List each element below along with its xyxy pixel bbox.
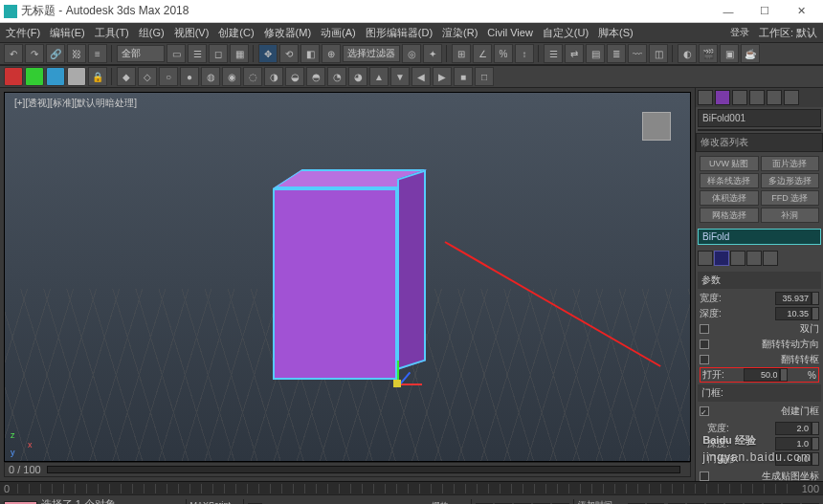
select-name-icon[interactable]: ☰ — [188, 44, 207, 63]
minimize-button[interactable]: — — [710, 1, 746, 22]
unlink-icon[interactable]: ⛓ — [67, 44, 86, 63]
stack-remove-icon[interactable] — [746, 251, 762, 266]
window-crossing-icon[interactable]: ▦ — [230, 44, 249, 63]
login-link[interactable]: 登录 — [730, 26, 749, 39]
menu-tools[interactable]: 工具(T) — [95, 26, 129, 40]
tab-hierarchy-icon[interactable] — [732, 90, 747, 105]
snap-icon[interactable]: ⊞ — [452, 44, 471, 63]
double-door-checkbox[interactable] — [700, 324, 709, 334]
mod-patchsel-button[interactable]: 面片选择 — [761, 156, 820, 171]
spinner-arrows-icon[interactable] — [812, 452, 819, 466]
spinner-snap-icon[interactable]: ↕ — [515, 44, 534, 63]
tb2-a-icon[interactable]: ◆ — [117, 67, 136, 86]
spinner-arrows-icon[interactable] — [812, 422, 819, 435]
workspace-label[interactable]: 工作区: 默认 — [759, 26, 817, 40]
object-name-field[interactable]: BiFold001 — [698, 109, 821, 127]
flip-hinge-checkbox[interactable] — [700, 355, 709, 364]
tab-display-icon[interactable] — [767, 90, 782, 105]
modifier-stack-item[interactable]: BiFold — [698, 229, 821, 245]
open-spinner[interactable] — [744, 368, 780, 382]
menu-customize[interactable]: 自定义(U) — [543, 26, 589, 40]
tb2-c-icon[interactable]: ○ — [159, 67, 178, 86]
selected-object-bifold[interactable] — [273, 169, 426, 380]
tb2-d-icon[interactable]: ● — [180, 67, 199, 86]
menu-scripting[interactable]: 脚本(S) — [598, 26, 634, 40]
tb2-l-icon[interactable]: ◕ — [348, 67, 367, 86]
frame-width-spinner[interactable] — [775, 422, 812, 435]
modifier-list-dropdown[interactable]: 修改器列表 — [696, 133, 823, 152]
angle-snap-icon[interactable]: ∠ — [473, 44, 492, 63]
bind-icon[interactable]: ≡ — [88, 44, 107, 63]
layer-icon[interactable]: ≣ — [607, 44, 626, 63]
tb2-n-icon[interactable]: ▼ — [390, 67, 410, 86]
viewport-label[interactable]: [+][透视][标准][默认明暗处理] — [14, 97, 137, 110]
rollout-frame[interactable]: 门框: — [698, 384, 821, 402]
menu-file[interactable]: 文件(F) — [6, 26, 40, 40]
mod-meshsel-button[interactable]: 网格选择 — [700, 208, 759, 223]
menu-modifiers[interactable]: 修改器(M) — [264, 26, 312, 40]
time-slider[interactable]: 0 / 100 — [4, 462, 691, 477]
menu-edit[interactable]: 编辑(E) — [50, 26, 85, 40]
mod-uvw-button[interactable]: UVW 贴图 — [700, 156, 759, 171]
manipulate-icon[interactable]: ✦ — [423, 44, 442, 63]
mod-caphole-button[interactable]: 补洞 — [761, 208, 820, 223]
menu-rendering[interactable]: 渲染(R) — [442, 26, 478, 40]
refcoord-combo[interactable]: 选择过滤器 — [343, 45, 400, 62]
percent-snap-icon[interactable]: % — [494, 44, 513, 63]
tb2-f-icon[interactable]: ◉ — [222, 67, 241, 86]
timeline-ruler[interactable]: 0100 — [0, 481, 823, 494]
mod-splinesel-button[interactable]: 样条线选择 — [700, 173, 759, 188]
menu-civilview[interactable]: Civil View — [487, 27, 532, 38]
mirror-icon[interactable]: ⇄ — [565, 44, 584, 63]
swatch-blue-icon[interactable] — [46, 67, 65, 86]
spinner-arrows-icon[interactable] — [812, 292, 819, 305]
stack-show-icon[interactable] — [714, 251, 729, 266]
spinner-arrows-icon[interactable] — [812, 307, 819, 320]
stack-unique-icon[interactable] — [730, 251, 745, 266]
tb2-g-icon[interactable]: ◌ — [243, 67, 262, 86]
material-icon[interactable]: ◐ — [678, 44, 697, 63]
link-icon[interactable]: 🔗 — [46, 44, 65, 63]
stack-config-icon[interactable] — [763, 251, 778, 266]
maximize-button[interactable]: ☐ — [746, 1, 783, 22]
maxscript-label[interactable]: MAXScript 迷你 — [189, 500, 238, 504]
rotate-icon[interactable]: ⟲ — [279, 44, 299, 63]
tb2-r-icon[interactable]: □ — [475, 67, 494, 86]
menu-view[interactable]: 视图(V) — [174, 26, 210, 40]
swatch-green-icon[interactable] — [25, 67, 44, 86]
undo-icon[interactable]: ↶ — [4, 44, 23, 63]
tb2-q-icon[interactable]: ■ — [454, 67, 473, 86]
tb2-o-icon[interactable]: ◀ — [412, 67, 431, 86]
select-rect-icon[interactable]: ◻ — [209, 44, 228, 63]
menu-animation[interactable]: 动画(A) — [321, 26, 356, 40]
tab-motion-icon[interactable] — [749, 90, 765, 105]
render-setup-icon[interactable]: 🎬 — [699, 44, 718, 63]
flip-swing-checkbox[interactable] — [700, 340, 709, 349]
stack-pin-icon[interactable] — [698, 251, 713, 266]
mod-volsel-button[interactable]: 体积选择 — [700, 190, 759, 206]
mod-ffdsel-button[interactable]: FFD 选择 — [761, 190, 820, 206]
tb2-j-icon[interactable]: ◓ — [306, 67, 325, 86]
swatch-gray-icon[interactable] — [67, 67, 86, 86]
gen-mapping-checkbox[interactable] — [700, 471, 709, 481]
named-selset-icon[interactable]: ☰ — [544, 44, 563, 63]
menu-create[interactable]: 创建(C) — [218, 26, 254, 40]
scale-icon[interactable]: ◧ — [300, 44, 320, 63]
tb2-e-icon[interactable]: ◍ — [201, 67, 220, 86]
tb2-b-icon[interactable]: ◇ — [138, 67, 157, 86]
close-button[interactable]: ✕ — [783, 1, 819, 22]
spinner-arrows-icon[interactable] — [812, 437, 819, 450]
object-color-swatch[interactable] — [698, 129, 821, 131]
rollout-parameters[interactable]: 参数 — [698, 272, 821, 289]
tb2-k-icon[interactable]: ◔ — [327, 67, 346, 86]
move-icon[interactable]: ✥ — [258, 44, 278, 63]
tb2-i-icon[interactable]: ◒ — [285, 67, 304, 86]
tb2-h-icon[interactable]: ◑ — [264, 67, 283, 86]
frame-depth-spinner[interactable] — [775, 437, 812, 450]
swatch-red-icon[interactable] — [4, 67, 23, 86]
curve-editor-icon[interactable]: 〰 — [628, 44, 647, 63]
tb2-m-icon[interactable]: ▲ — [369, 67, 389, 86]
transform-gizmo[interactable] — [384, 370, 412, 399]
viewcube-icon[interactable] — [642, 112, 671, 141]
placement-icon[interactable]: ⊕ — [322, 44, 341, 63]
